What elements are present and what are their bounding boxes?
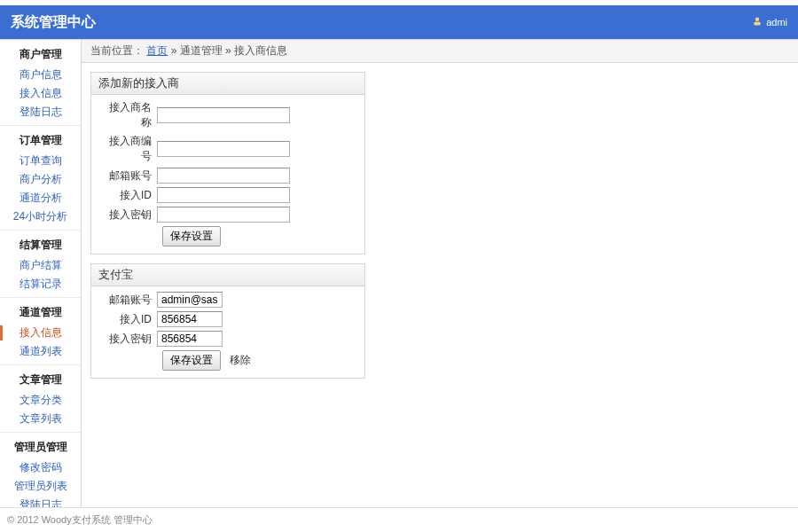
- breadcrumb-level1: 通道管理: [180, 44, 223, 57]
- input-merchant-code[interactable]: [157, 141, 290, 157]
- sidebar: 商户管理商户信息接入信息登陆日志订单管理订单查询商户分析通道分析24小时分析结算…: [0, 40, 82, 507]
- label-alipay-access-id: 接入ID: [100, 312, 157, 327]
- input-merchant-name[interactable]: [157, 107, 290, 123]
- save-button[interactable]: 保存设置: [162, 226, 221, 246]
- nav-item[interactable]: 订单查询: [0, 152, 81, 170]
- nav-group: 文章管理文章分类文章列表: [0, 365, 81, 433]
- nav-group-title: 管理员管理: [0, 436, 81, 458]
- nav-item[interactable]: 接入信息: [0, 84, 81, 103]
- alipay-panel-title: 支付宝: [91, 264, 364, 286]
- input-email[interactable]: [157, 168, 290, 184]
- input-access-key[interactable]: [157, 207, 290, 223]
- nav-item[interactable]: 修改密码: [0, 458, 81, 477]
- nav-item[interactable]: 结算记录: [0, 275, 81, 293]
- nav-item[interactable]: 商户信息: [0, 66, 81, 84]
- label-access-id: 接入ID: [100, 188, 157, 203]
- nav-group-title: 订单管理: [0, 129, 81, 152]
- alipay-save-button[interactable]: 保存设置: [162, 350, 221, 371]
- nav-item[interactable]: 通道分析: [0, 189, 81, 207]
- current-user[interactable]: admi: [752, 16, 787, 28]
- add-panel-title: 添加新的接入商: [91, 73, 364, 95]
- label-alipay-access-key: 接入密钥: [100, 332, 157, 347]
- nav-group-title: 文章管理: [0, 369, 81, 391]
- nav-item[interactable]: 商户分析: [0, 170, 81, 189]
- user-icon: [752, 16, 763, 28]
- nav-item[interactable]: 文章列表: [0, 410, 81, 428]
- label-alipay-email: 邮箱账号: [100, 293, 157, 308]
- input-alipay-access-key[interactable]: [157, 331, 223, 347]
- label-email: 邮箱账号: [100, 168, 157, 184]
- nav-item[interactable]: 管理员列表: [0, 477, 81, 496]
- app-title: 系统管理中心: [11, 13, 96, 32]
- user-label: admi: [766, 17, 787, 27]
- topbar: 系统管理中心 admi: [0, 5, 798, 39]
- nav-group-title: 结算管理: [0, 234, 81, 256]
- nav-group-title: 商户管理: [0, 43, 81, 66]
- nav-group: 通道管理接入信息通道列表: [0, 298, 81, 365]
- breadcrumb-home[interactable]: 首页: [146, 44, 168, 57]
- add-merchant-panel: 添加新的接入商 接入商名称 接入商编号 邮箱账号 接入: [90, 72, 365, 254]
- label-access-key: 接入密钥: [100, 207, 157, 223]
- alipay-remove-link[interactable]: 移除: [230, 353, 251, 368]
- footer-text: © 2012 Woody支付系统 管理中心: [7, 513, 153, 527]
- nav-item[interactable]: 通道列表: [0, 342, 81, 361]
- nav-group-title: 通道管理: [0, 301, 81, 324]
- breadcrumb-prefix: 当前位置：: [90, 44, 144, 57]
- breadcrumb: 当前位置： 首页 » 通道管理 » 接入商信息: [82, 40, 798, 63]
- svg-rect-1: [754, 22, 761, 26]
- footer: © 2012 Woody支付系统 管理中心: [0, 507, 798, 532]
- label-merchant-code: 接入商编号: [100, 134, 157, 164]
- nav-item[interactable]: 登陆日志: [0, 103, 81, 121]
- nav-item[interactable]: 登陆日志: [0, 496, 81, 507]
- input-access-id[interactable]: [157, 187, 290, 203]
- main: 当前位置： 首页 » 通道管理 » 接入商信息 添加新的接入商 接入商名称 接入…: [82, 40, 798, 507]
- breadcrumb-sep: »: [225, 44, 234, 57]
- nav-group: 结算管理商户结算结算记录: [0, 231, 81, 298]
- alipay-panel: 支付宝 邮箱账号 接入ID 接入密钥 保存设置: [90, 263, 365, 379]
- label-merchant-name: 接入商名称: [100, 100, 157, 130]
- nav-item[interactable]: 商户结算: [0, 256, 81, 275]
- nav-item[interactable]: 文章分类: [0, 391, 81, 410]
- input-alipay-email[interactable]: [157, 292, 223, 308]
- nav-item[interactable]: 接入信息: [0, 324, 81, 342]
- nav-group: 订单管理订单查询商户分析通道分析24小时分析: [0, 126, 81, 231]
- svg-point-0: [755, 18, 760, 22]
- nav-item[interactable]: 24小时分析: [0, 207, 81, 226]
- nav-group: 商户管理商户信息接入信息登陆日志: [0, 40, 81, 126]
- nav-group: 管理员管理修改密码管理员列表登陆日志: [0, 433, 81, 507]
- breadcrumb-sep: »: [171, 44, 180, 57]
- breadcrumb-level2: 接入商信息: [234, 44, 287, 57]
- input-alipay-access-id[interactable]: [157, 311, 223, 327]
